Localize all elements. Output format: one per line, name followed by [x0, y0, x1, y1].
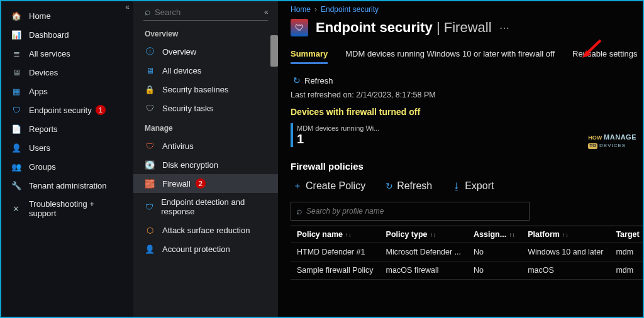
sub-label: Security baselines	[162, 85, 229, 94]
sub-label: Attack surface reduction	[162, 226, 250, 235]
search-icon: ⌕	[145, 6, 151, 18]
nav-item-tenant-administration[interactable]: 🔧Tenant administration	[1, 176, 133, 195]
nav-item-endpoint-security[interactable]: 🛡Endpoint security1	[1, 101, 133, 119]
sub-label: Antivirus	[162, 141, 194, 151]
nav-item-reports[interactable]: 📄Reports	[1, 119, 133, 138]
col-policy-type[interactable]: Policy type↑↓	[380, 226, 468, 243]
left-nav: « 🏠Home📊Dashboard≣All services🖥Devices▦A…	[1, 1, 133, 317]
page-title: Endpoint security | Firewall	[316, 19, 492, 36]
sub-item-security-baselines[interactable]: 🔒Security baselines	[133, 80, 278, 99]
nav-icon: ≣	[11, 48, 21, 58]
nav-label: Tenant administration	[29, 181, 107, 190]
cell-name: Sample firewall Policy	[291, 261, 380, 280]
nav-item-home[interactable]: 🏠Home	[1, 6, 133, 25]
main-content: Home › Endpoint security 🛡 Endpoint secu…	[278, 1, 643, 317]
download-icon: ⭳	[452, 181, 461, 191]
cell-platform: Windows 10 and later	[521, 243, 609, 261]
last-refreshed-text: Last refreshed on: 2/14/2023, 8:17:58 PM	[291, 90, 643, 99]
refresh-icon: ↻	[386, 181, 393, 191]
sub-item-endpoint-detection-and-response[interactable]: 🛡Endpoint detection and response	[133, 193, 278, 221]
nav-item-groups[interactable]: 👥Groups	[1, 157, 133, 176]
sub-icon: 💽	[145, 160, 155, 170]
nav-icon: 🖥	[11, 67, 21, 77]
nav-item-apps[interactable]: ▦Apps	[1, 82, 133, 101]
sub-icon: 🖥	[145, 65, 155, 75]
sort-icon: ↑↓	[562, 231, 569, 238]
sub-icon: 👤	[145, 244, 155, 254]
search-profile[interactable]: ⌕	[291, 202, 530, 221]
sub-label: Disk encryption	[162, 160, 218, 170]
more-icon[interactable]: ⋯	[499, 22, 509, 34]
nav-icon: 📄	[11, 124, 21, 134]
breadcrumb: Home › Endpoint security	[291, 5, 643, 14]
nav-item-devices[interactable]: 🖥Devices	[1, 63, 133, 82]
tab-reusable-settings[interactable]: Reusable settings	[572, 49, 637, 64]
sub-icon: 🔒	[145, 84, 155, 94]
nav-item-all-services[interactable]: ≣All services	[1, 44, 133, 63]
sub-item-firewall[interactable]: 🧱Firewall2	[133, 174, 278, 193]
col-assign-[interactable]: Assign...↑↓	[467, 226, 521, 243]
sub-item-account-protection[interactable]: 👤Account protection	[133, 239, 278, 258]
sub-item-disk-encryption[interactable]: 💽Disk encryption	[133, 155, 278, 174]
stat-value: 1	[297, 132, 379, 146]
sub-item-all-devices[interactable]: 🖥All devices	[133, 61, 278, 80]
sub-item-attack-surface-reduction[interactable]: ⬡Attack surface reduction	[133, 221, 278, 239]
nav-label: Users	[29, 143, 50, 153]
cell-assign: No	[467, 261, 521, 280]
col-policy-name[interactable]: Policy name↑↓	[291, 226, 380, 243]
sort-icon: ↑↓	[430, 231, 436, 238]
nav-label: Devices	[29, 68, 58, 77]
page-title-thin: Firewall	[444, 19, 492, 35]
sub-item-security-tasks[interactable]: 🛡Security tasks	[133, 99, 278, 118]
col-target[interactable]: Target	[609, 226, 643, 243]
refresh-label: Refresh	[304, 76, 333, 85]
subpanel-search-input[interactable]	[155, 8, 260, 17]
nav-icon: 🔧	[11, 180, 21, 190]
export-label: Export	[465, 180, 494, 192]
collapse-subpanel-icon[interactable]: «	[264, 8, 269, 16]
page-title-strong: Endpoint security	[316, 19, 433, 35]
nav-icon: 🏠	[11, 11, 21, 21]
badge: 1	[96, 105, 106, 115]
nav-label: Troubleshooting + support	[29, 199, 123, 218]
nav-icon: ✕	[11, 204, 21, 214]
firewall-policies-heading: Firewall policies	[291, 161, 643, 172]
export-button[interactable]: ⭳Export	[450, 179, 496, 193]
sub-icon: 🛡	[145, 141, 155, 151]
breadcrumb-item[interactable]: Home	[291, 5, 311, 14]
tabs: SummaryMDM devices running Windows 10 or…	[291, 49, 643, 64]
sub-icon: 🧱	[145, 178, 155, 189]
nav-item-dashboard[interactable]: 📊Dashboard	[1, 25, 133, 44]
sub-label: Overview	[162, 47, 196, 57]
badge: 2	[196, 178, 206, 189]
scrollbar[interactable]	[270, 35, 278, 67]
subpanel-group-manage: Manage	[133, 118, 278, 136]
create-policy-button[interactable]: ＋Create Policy	[291, 179, 368, 193]
cell-name: HTMD Defender #1	[291, 243, 380, 261]
refresh-policies-button[interactable]: ↻Refresh	[383, 179, 435, 193]
nav-item-troubleshooting-support[interactable]: ✕Troubleshooting + support	[1, 195, 133, 222]
sort-icon: ↑↓	[509, 231, 515, 238]
table-row[interactable]: Sample firewall PolicymacOS firewallNoma…	[291, 261, 643, 280]
tab-mdm-devices-running-wind[interactable]: MDM devices running Windows 10 or later …	[345, 49, 555, 64]
sub-label: Security tasks	[162, 104, 213, 113]
sub-item-overview[interactable]: ⓘOverview	[133, 42, 278, 61]
firewall-off-heading: Devices with firewall turned off	[291, 107, 643, 117]
col-platform[interactable]: Platform↑↓	[521, 226, 609, 243]
nav-icon: 👤	[11, 143, 21, 153]
subpanel-search[interactable]: ⌕ «	[143, 4, 268, 21]
nav-label: All services	[29, 49, 70, 58]
refresh-button[interactable]: ↻ Refresh	[291, 74, 336, 87]
search-icon: ⌕	[296, 206, 303, 217]
breadcrumb-item[interactable]: Endpoint security	[321, 5, 379, 14]
nav-icon: ▦	[11, 86, 21, 96]
search-profile-input[interactable]	[306, 207, 524, 216]
tab-summary[interactable]: Summary	[291, 49, 328, 64]
sub-icon: ⓘ	[145, 47, 155, 57]
policies-table: Policy name↑↓Policy type↑↓Assign...↑↓Pla…	[291, 226, 643, 280]
sub-item-antivirus[interactable]: 🛡Antivirus	[133, 136, 278, 155]
nav-item-users[interactable]: 👤Users	[1, 138, 133, 157]
nav-icon: 📊	[11, 30, 21, 40]
table-row[interactable]: HTMD Defender #1Microsoft Defender ...No…	[291, 243, 643, 261]
endpoint-security-icon: 🛡	[291, 19, 308, 36]
